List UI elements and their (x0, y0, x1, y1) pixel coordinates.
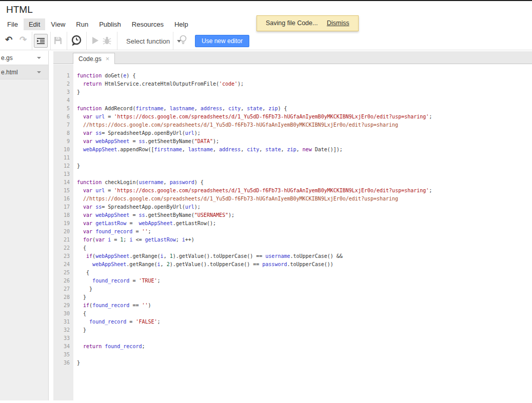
line-number: 9 (53, 137, 73, 146)
code-line: webAppSheet.getRange(i, 2).getValue().to… (77, 260, 532, 269)
notification-message: Saving file Code... (266, 19, 318, 27)
run-icon[interactable] (92, 37, 98, 46)
line-number: 30 (53, 310, 73, 318)
line-number: 22 (53, 244, 73, 252)
select-function-label: Select function (126, 37, 170, 45)
file-list-sidebar: e.gse.html (0, 51, 49, 400)
hint-lightbulb-icon[interactable] (179, 35, 187, 47)
menu-item-run[interactable]: Run (71, 18, 93, 30)
menu-item-view[interactable]: View (46, 18, 70, 30)
line-number: 1 (53, 72, 73, 80)
code-line (77, 154, 532, 162)
menu-item-resources[interactable]: Resources (127, 18, 169, 30)
tab-code-gs[interactable]: Code.gs × (73, 53, 115, 64)
toolbar-separator (86, 32, 87, 50)
line-number: 32 (53, 326, 73, 334)
code-line: } (77, 88, 532, 96)
code-line: } (77, 326, 532, 334)
line-number: 25 (53, 269, 73, 277)
line-number: 34 (53, 342, 73, 351)
code-line (77, 170, 532, 178)
save-icon[interactable] (54, 37, 62, 46)
undo-icon[interactable]: ↶ (5, 35, 12, 45)
code-line: var getLastRow = webAppSheet.getLastRow(… (77, 219, 532, 228)
code-line: var url = 'https://docs.google.com/sprea… (77, 113, 532, 121)
saving-notification: Saving file Code... Dismiss (257, 15, 359, 31)
line-number: 8 (53, 129, 73, 137)
code-line: } (77, 293, 532, 301)
file-label: e.html (1, 69, 37, 76)
redo-icon[interactable]: ↷ (19, 35, 27, 45)
tab-label: Code.gs (78, 55, 102, 63)
file-item-e-gs[interactable]: e.gs (0, 51, 48, 65)
menu-item-publish[interactable]: Publish (94, 18, 126, 30)
line-number: 3 (53, 88, 73, 96)
code-line: function AddRecord(firstname, lastname, … (77, 105, 532, 113)
version-history-icon[interactable] (71, 35, 82, 49)
indent-button[interactable] (34, 34, 48, 48)
code-line: webAppSheet.appendRow([firstname, lastna… (77, 146, 532, 154)
line-number: 24 (53, 260, 73, 269)
debug-icon[interactable] (103, 36, 111, 47)
line-number: 23 (53, 252, 73, 260)
line-number: 20 (53, 228, 73, 236)
line-number: 29 (53, 301, 73, 310)
code-line: return found_record; (77, 342, 532, 351)
file-label: e.gs (1, 54, 37, 62)
file-item-e-html[interactable]: e.html (0, 65, 48, 79)
line-number: 15 (53, 187, 73, 195)
window-top-edge (0, 0, 532, 1)
toolbar: ↶ ↷ (0, 32, 532, 50)
line-number: 17 (53, 203, 73, 211)
line-number: 12 (53, 162, 73, 170)
code-line: var url = 'https://docs.google.com/sprea… (77, 187, 532, 195)
line-number: 7 (53, 121, 73, 129)
page-title: HTML (6, 4, 33, 15)
select-function-dropdown[interactable]: Select function (123, 34, 184, 48)
line-number: 16 (53, 195, 73, 203)
toolbar-separator (32, 32, 32, 50)
code-editor[interactable]: function doGet(e) { return HtmlService.c… (73, 65, 532, 400)
indent-icon (37, 38, 45, 44)
code-line: var webAppSheet = ss.getSheetByName("DAT… (77, 137, 532, 146)
line-number: 35 (53, 351, 73, 359)
code-line: } (77, 285, 532, 293)
toolbar-separator (67, 32, 67, 50)
line-number-gutter: 1234567891011121314151617181920212223242… (53, 65, 73, 400)
menu-item-file[interactable]: File (2, 18, 23, 30)
line-number: 33 (53, 334, 73, 342)
toolbar-separator (173, 32, 173, 50)
line-number: 36 (53, 359, 73, 367)
dismiss-link[interactable]: Dismiss (327, 19, 349, 27)
code-line: var found_record = ''; (77, 228, 532, 236)
use-new-editor-button[interactable]: Use new editor (195, 35, 249, 47)
toolbar-separator (50, 32, 51, 50)
code-line: for(var i = 1; i <= getLastRow; i++) (77, 236, 532, 244)
file-menu-caret-icon[interactable] (37, 57, 41, 59)
tab-close-icon[interactable]: × (106, 56, 110, 62)
line-number: 21 (53, 236, 73, 244)
code-line: { (77, 310, 532, 318)
code-line: if(webAppSheet.getRange(i, 1).getValue()… (77, 252, 532, 260)
line-number: 4 (53, 96, 73, 105)
line-number: 14 (53, 178, 73, 187)
toolbar-separator (117, 32, 117, 50)
code-line: { (77, 269, 532, 277)
file-menu-caret-icon[interactable] (37, 71, 41, 73)
code-line: if(found_record == '') (77, 301, 532, 310)
code-line (77, 334, 532, 342)
line-number: 11 (53, 154, 73, 162)
line-number: 19 (53, 219, 73, 228)
line-number: 2 (53, 80, 73, 88)
code-line (77, 96, 532, 105)
tab-strip: Code.gs × (53, 51, 532, 64)
line-number: 28 (53, 293, 73, 301)
code-line: var webAppSheet = ss.getSheetByName("USE… (77, 211, 532, 219)
code-line: function checkLogin(username, password) … (77, 178, 532, 187)
code-line: var ss= SpreadsheetApp.openByUrl(url); (77, 129, 532, 137)
code-line: function doGet(e) { (77, 72, 532, 80)
line-number: 5 (53, 105, 73, 113)
menu-item-help[interactable]: Help (169, 18, 193, 30)
menu-item-edit[interactable]: Edit (24, 18, 45, 30)
line-number: 6 (53, 113, 73, 121)
